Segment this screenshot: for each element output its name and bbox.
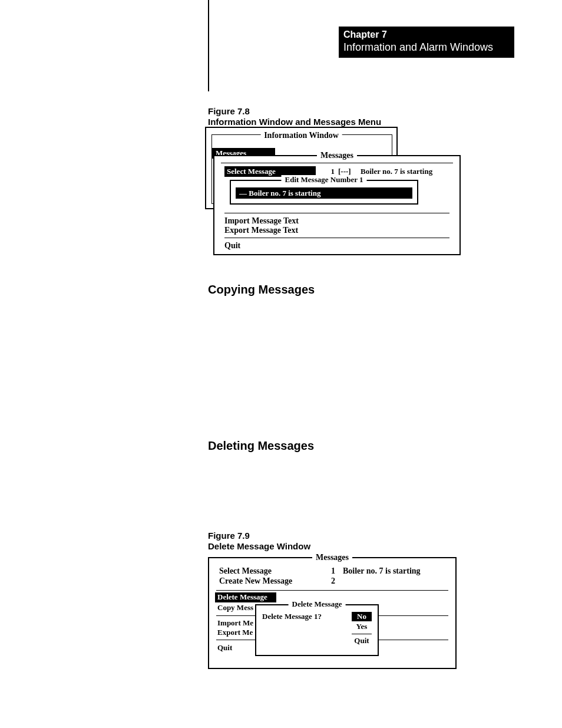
delete-dialog-question-row: Delete Message 1? No — [262, 612, 372, 621]
divider — [352, 634, 372, 634]
divider — [224, 238, 449, 238]
figure-7-8: Information Window Messages Messages Sel… — [205, 127, 464, 256]
select-message-text: Boiler no. 7 is starting — [343, 566, 445, 576]
delete-message-dialog: Delete Message Delete Message 1? No Yes … — [255, 604, 379, 656]
import-message-text[interactable]: Import Me — [217, 618, 253, 628]
delete-message-item[interactable]: Delete Message — [215, 592, 276, 602]
figure-title: Delete Message Window — [208, 541, 310, 551]
quit-item[interactable]: Quit — [217, 643, 232, 653]
figure-number: Figure 7.8 — [208, 106, 250, 116]
information-window-title: Information Window — [260, 131, 342, 140]
select-message-row[interactable]: Select Message 1 Boiler no. 7 is startin… — [219, 566, 445, 576]
figure-title: Information Window and Messages Menu — [208, 117, 381, 127]
chapter-box: Chapter 7 Information and Alarm Windows — [339, 27, 514, 58]
section-deleting-messages: Deleting Messages — [208, 439, 314, 453]
quit-item[interactable]: Quit — [224, 241, 240, 251]
delete-dialog-question: Delete Message 1? — [262, 612, 352, 621]
messages-panel: Messages Select Message 1 Boiler no. 7 i… — [208, 557, 457, 669]
figure-7-9-caption: Figure 7.9 Delete Message Window — [208, 531, 310, 552]
figure-number: Figure 7.9 — [208, 531, 250, 541]
delete-dialog-title: Delete Message — [289, 599, 346, 609]
copy-message-item[interactable]: Copy Mess — [217, 603, 253, 612]
select-message-number: 1 — [331, 566, 343, 576]
create-new-message-row[interactable]: Create New Message 2 — [219, 577, 445, 586]
export-message-text[interactable]: Export Message Text — [224, 226, 298, 235]
delete-dialog-no[interactable]: No — [352, 612, 372, 621]
figure-7-8-caption: Figure 7.8 Information Window and Messag… — [208, 106, 381, 127]
chapter-title: Information and Alarm Windows — [343, 41, 510, 54]
messages-panel: Messages Select Message 1 [---] Boiler n… — [213, 155, 461, 255]
messages-panel-rule — [221, 163, 453, 163]
edit-message-title: Edit Message Number 1 — [281, 175, 366, 185]
messages-panel-title: Messages — [317, 151, 357, 160]
page: Chapter 7 Information and Alarm Windows … — [0, 0, 562, 728]
header-rule — [208, 0, 209, 91]
import-message-text[interactable]: Import Message Text — [224, 216, 299, 226]
select-message-text: Boiler no. 7 is starting — [361, 166, 449, 177]
delete-dialog-quit[interactable]: Quit — [352, 636, 372, 645]
edit-message-field[interactable]: — Boiler no. 7 is starting — [236, 187, 412, 199]
export-message-text[interactable]: Export Me — [217, 628, 253, 637]
messages-panel-title: Messages — [312, 553, 352, 562]
section-copying-messages: Copying Messages — [208, 283, 315, 297]
edit-message-box: Edit Message Number 1 — Boiler no. 7 is … — [230, 180, 418, 205]
create-new-message-number: 2 — [331, 577, 343, 586]
create-new-message-label: Create New Message — [219, 577, 331, 586]
divider — [216, 590, 448, 591]
delete-dialog-yes[interactable]: Yes — [352, 622, 372, 631]
divider — [224, 213, 449, 213]
chapter-label: Chapter 7 — [343, 29, 510, 41]
select-message-label: Select Message — [219, 566, 331, 576]
